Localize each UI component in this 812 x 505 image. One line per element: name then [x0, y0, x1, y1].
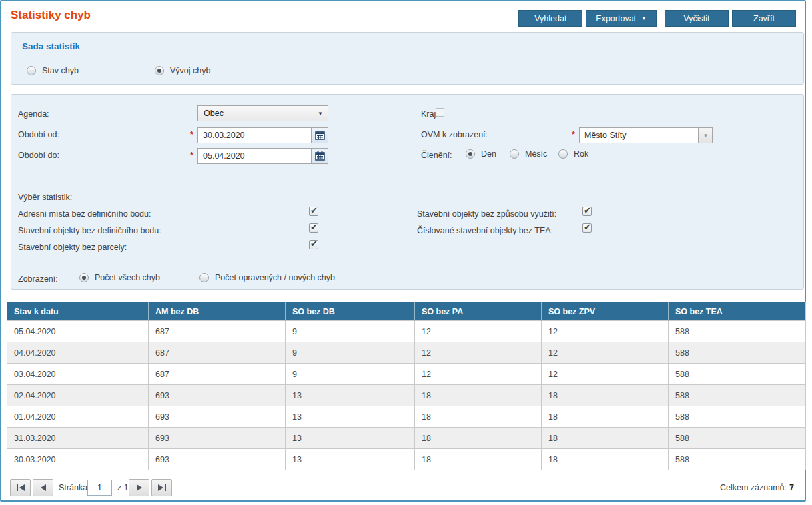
ovm-dropdown-button[interactable] — [699, 127, 713, 143]
radio-pocet-opravenych[interactable]: Počet opravených / nových chyb — [199, 272, 335, 283]
search-button[interactable]: Vyhledat — [518, 10, 582, 27]
close-button[interactable]: Zavřít — [732, 10, 796, 27]
date-to-label: Období do: — [18, 151, 59, 160]
so-bez-zpv-checkbox[interactable] — [582, 207, 592, 216]
table-row: 30.03.2020693131818588 — [7, 449, 806, 470]
first-page-icon — [17, 484, 18, 491]
checkbox-label: Stavební objekty bez parcely: — [18, 243, 127, 252]
table-cell: 18 — [542, 428, 669, 449]
toolbar: Vyhledat Exportovat Vyčistit Zavřít — [515, 10, 796, 27]
table-cell: 12 — [415, 321, 542, 342]
table-cell: 693 — [149, 449, 286, 470]
chevron-down-icon — [641, 16, 647, 21]
checkbox-label: Číslované stavební objekty bez TEA: — [417, 226, 553, 235]
chevron-down-icon — [318, 111, 323, 117]
table-cell: 12 — [542, 321, 669, 342]
so-bez-parcely-checkbox[interactable] — [309, 240, 318, 249]
table-cell: 01.04.2020 — [7, 406, 149, 428]
previous-page-icon — [41, 484, 46, 491]
table-cell: 18 — [415, 385, 542, 406]
last-page-icon — [158, 484, 163, 491]
so-bez-db-checkbox[interactable] — [309, 223, 318, 233]
table-cell: 18 — [415, 406, 542, 428]
table-cell: 9 — [286, 321, 415, 342]
statistics-window: Statistiky chyb Vyhledat Exportovat Vyči… — [0, 0, 806, 502]
table-row: 01.04.2020693131818588 — [7, 406, 806, 428]
table-cell: 18 — [542, 449, 669, 470]
table-cell: 18 — [415, 428, 542, 449]
table-cell: 31.03.2020 — [7, 428, 149, 449]
clear-button[interactable]: Vyčistit — [665, 10, 729, 27]
radio-icon[interactable] — [155, 66, 164, 75]
agenda-select[interactable]: Obec — [197, 105, 328, 121]
page-label: Stránka — [59, 483, 87, 492]
radio-mesic[interactable]: Měsíc — [510, 149, 547, 159]
checkbox-label: Adresní místa bez definičního bodu: — [18, 209, 151, 219]
radio-icon[interactable] — [558, 149, 568, 159]
so-bez-tea-checkbox[interactable] — [582, 223, 592, 233]
table-cell: 687 — [149, 342, 286, 364]
date-to-input[interactable] — [197, 148, 312, 164]
table-cell: 03.04.2020 — [7, 364, 149, 385]
table-cell: 693 — [149, 406, 286, 428]
column-header[interactable]: SO bez PA — [415, 302, 542, 321]
radio-icon[interactable] — [199, 273, 209, 282]
table-cell: 687 — [149, 321, 286, 342]
radio-pocet-vsech-chyb[interactable]: Počet všech chyb — [79, 272, 160, 283]
table-cell: 693 — [149, 385, 286, 406]
table-cell: 588 — [669, 406, 806, 428]
previous-page-button[interactable] — [33, 479, 53, 496]
radio-den[interactable]: Den — [466, 149, 496, 159]
date-from-calendar-button[interactable] — [311, 127, 328, 143]
table-cell: 05.04.2020 — [7, 321, 149, 342]
table-cell: 693 — [149, 428, 286, 449]
page-number-input[interactable] — [87, 480, 112, 496]
stat-set-title: Sada statistik — [22, 41, 80, 51]
table-row: 31.03.2020693131818588 — [7, 428, 806, 449]
table-cell: 13 — [286, 428, 415, 449]
agenda-label: Agenda: — [18, 109, 49, 119]
next-page-button[interactable] — [129, 479, 149, 496]
radio-icon[interactable] — [79, 273, 89, 282]
last-page-button[interactable] — [151, 479, 172, 496]
table-cell: 18 — [542, 406, 669, 428]
table-cell: 18 — [415, 449, 542, 470]
table-cell: 588 — [669, 364, 806, 385]
cleneni-label: Členění: — [421, 151, 452, 160]
calendar-icon — [315, 151, 325, 161]
table-cell: 12 — [415, 342, 542, 364]
kraj-checkbox[interactable] — [436, 108, 444, 117]
column-header[interactable]: SO bez TEA — [669, 302, 806, 321]
checkbox-label: Stavební objekty bez způsobu využití: — [417, 209, 556, 219]
column-header[interactable]: AM bez DB — [149, 302, 286, 321]
first-page-button[interactable] — [10, 479, 31, 496]
stat-set-panel: Sada statistik Stav chyb Vývoj chyb — [11, 32, 804, 85]
table-cell: 9 — [286, 364, 415, 385]
radio-stav-chyb[interactable]: Stav chyb — [27, 65, 79, 76]
date-to-calendar-button[interactable] — [311, 148, 328, 164]
am-bez-db-checkbox[interactable] — [309, 207, 318, 216]
required-marker: * — [190, 151, 193, 160]
radio-rok[interactable]: Rok — [558, 149, 588, 159]
chevron-down-icon — [703, 133, 709, 139]
table-row: 04.04.202068791212588 — [7, 342, 806, 364]
radio-icon[interactable] — [466, 149, 475, 159]
column-header[interactable]: SO bez ZPV — [542, 302, 669, 321]
required-marker: * — [572, 130, 575, 139]
table-cell: 588 — [669, 449, 806, 470]
column-header[interactable]: SO bez DB — [286, 302, 415, 321]
ovm-combobox-input[interactable] — [579, 127, 699, 143]
table-cell: 04.04.2020 — [7, 342, 149, 364]
radio-vyvoj-chyb[interactable]: Vývoj chyb — [155, 65, 210, 76]
table-cell: 9 — [286, 342, 415, 364]
table-cell: 687 — [149, 364, 286, 385]
date-from-input[interactable] — [197, 127, 312, 143]
table-cell: 12 — [542, 364, 669, 385]
column-header[interactable]: Stav k datu — [7, 302, 149, 321]
export-button[interactable]: Exportovat — [586, 10, 657, 27]
radio-icon[interactable] — [27, 66, 36, 75]
radio-icon[interactable] — [510, 149, 519, 159]
table-cell: 588 — [669, 385, 806, 406]
date-from-label: Období od: — [18, 130, 59, 139]
table-cell: 13 — [286, 449, 415, 470]
